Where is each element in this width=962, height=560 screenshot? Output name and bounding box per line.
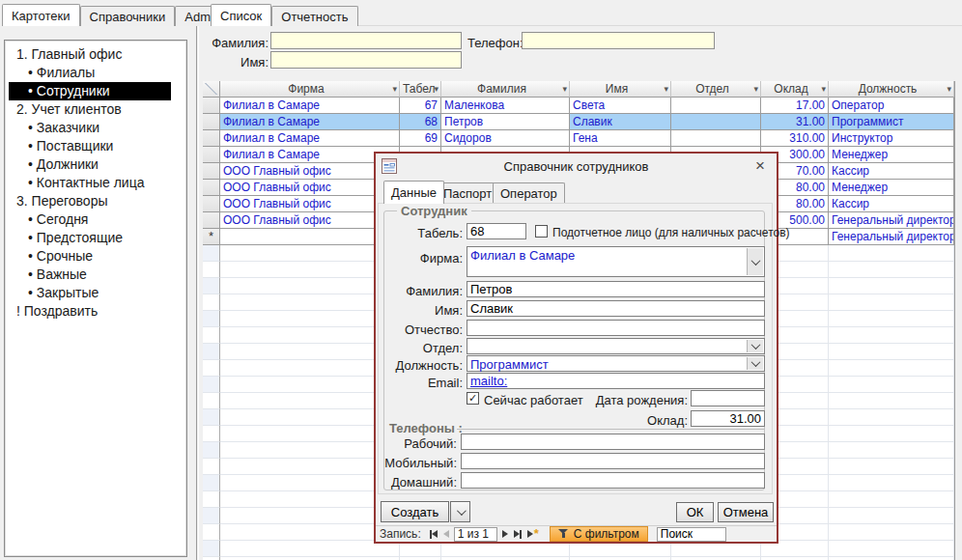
cell-empty[interactable] — [829, 327, 954, 344]
cell-name-0[interactable]: Света — [570, 98, 671, 114]
cell-surname-1[interactable]: Петров — [441, 114, 570, 130]
cell-tabel-2[interactable]: 69 — [400, 130, 441, 147]
cell-salary-1[interactable]: 31.00 — [761, 114, 829, 130]
record-selector[interactable] — [203, 294, 220, 311]
cell-firm-1[interactable]: Филиал в Самаре — [220, 114, 400, 130]
birthdate-input[interactable] — [691, 390, 765, 406]
sidebar-item-12[interactable]: • Важные — [9, 266, 171, 284]
tabel-input[interactable] — [467, 223, 526, 239]
cancel-button[interactable]: Отмена — [718, 502, 774, 522]
sidebar-item-14[interactable]: ! Поздравить — [9, 302, 171, 321]
patronymic-input[interactable] — [467, 320, 765, 336]
cell-salary-2[interactable]: 310.00 — [761, 130, 829, 147]
record-selector[interactable] — [203, 245, 220, 262]
dialog-tab-pasport[interactable]: Паспорт — [436, 182, 499, 204]
record-selector[interactable] — [203, 180, 220, 196]
cell-empty[interactable] — [829, 475, 954, 491]
column-header-tabel[interactable]: Табел▾ — [400, 81, 441, 98]
column-filter-icon[interactable]: ▾ — [434, 84, 439, 94]
cell-position-5[interactable]: Менеджер — [829, 180, 954, 196]
last-record-button[interactable] — [514, 528, 522, 540]
sidebar-item-6[interactable]: • Должники — [9, 155, 171, 174]
cell-empty[interactable] — [829, 541, 954, 557]
record-selector[interactable] — [203, 426, 220, 442]
cell-position-1[interactable]: Программист — [829, 114, 954, 130]
cell-firm-2[interactable]: Филиал в Самаре — [220, 130, 400, 147]
create-button[interactable]: Создать — [381, 501, 449, 522]
sidebar-item-10[interactable]: • Предстоящие — [9, 229, 171, 247]
email-input[interactable]: mailto: — [467, 373, 765, 389]
column-header-salary[interactable]: Оклад▾ — [761, 81, 829, 98]
column-filter-icon[interactable]: ▾ — [392, 84, 397, 94]
select-all-corner[interactable] — [203, 81, 220, 98]
record-selector[interactable] — [203, 508, 220, 524]
cell-empty[interactable] — [829, 459, 954, 475]
next-record-button[interactable] — [502, 528, 508, 540]
working-checkbox[interactable]: ✓ — [467, 392, 479, 405]
record-selector[interactable] — [203, 524, 220, 541]
close-icon[interactable]: × — [750, 155, 771, 177]
column-header-name[interactable]: Имя▾ — [570, 81, 671, 98]
cell-empty[interactable] — [829, 278, 954, 294]
chevron-down-icon[interactable] — [747, 248, 763, 275]
position-combobox[interactable]: Программист — [467, 355, 765, 372]
sidebar-item-1[interactable]: • Филиалы — [9, 64, 171, 82]
column-filter-icon[interactable]: ▾ — [753, 84, 758, 94]
cell-empty[interactable] — [829, 311, 954, 327]
sidebar-item-11[interactable]: • Срочные — [9, 247, 171, 266]
record-selector[interactable] — [203, 541, 220, 557]
chevron-down-icon[interactable] — [747, 340, 763, 352]
main-tab-1[interactable]: Справочники — [80, 6, 176, 26]
cell-position-4[interactable]: Кассир — [829, 163, 954, 180]
record-selector[interactable] — [203, 393, 220, 409]
firm-combobox[interactable]: Филиал в Самаре — [467, 246, 765, 277]
sidebar-item-5[interactable]: • Поставщики — [9, 137, 171, 155]
sidebar-item-2[interactable]: • Сотрудники — [9, 82, 171, 100]
record-selector[interactable] — [203, 262, 220, 278]
cell-position-3[interactable]: Менеджер — [829, 147, 954, 163]
cell-position-0[interactable]: Оператор — [829, 98, 954, 114]
record-selector[interactable] — [203, 459, 220, 475]
sidebar-item-7[interactable]: • Контактные лица — [9, 174, 171, 192]
record-selector[interactable] — [203, 409, 220, 426]
new-record-button[interactable]: * — [527, 528, 539, 540]
cell-empty[interactable] — [829, 442, 954, 459]
record-selector[interactable] — [203, 114, 220, 130]
column-header-firm[interactable]: Фирма▾ — [220, 81, 400, 98]
cell-surname-2[interactable]: Сидоров — [441, 130, 570, 147]
dialog-tab-operator[interactable]: Оператор — [493, 182, 565, 204]
view-tab-0[interactable]: Список — [211, 4, 271, 26]
cell-empty[interactable] — [829, 245, 954, 262]
record-selector[interactable] — [203, 442, 220, 459]
name-input[interactable] — [467, 300, 765, 317]
cell-position-8[interactable]: Генеральный директор — [829, 229, 954, 245]
cell-empty[interactable] — [829, 262, 954, 278]
new-record-selector[interactable]: * — [203, 229, 220, 245]
record-selector[interactable] — [203, 475, 220, 491]
cell-dept-0[interactable] — [671, 98, 761, 114]
filter-phone-input[interactable] — [522, 32, 715, 49]
record-selector[interactable] — [203, 491, 220, 508]
cell-empty[interactable] — [829, 393, 954, 409]
chevron-down-icon[interactable] — [747, 357, 763, 370]
salary-input[interactable] — [691, 410, 765, 427]
record-selector[interactable] — [203, 344, 220, 360]
surname-input[interactable] — [467, 281, 765, 297]
cell-firm-0[interactable]: Филиал в Самаре — [220, 98, 400, 114]
mailto-link[interactable]: mailto: — [470, 374, 507, 388]
main-tab-0[interactable]: Картотеки — [2, 4, 80, 26]
cell-dept-2[interactable] — [671, 130, 761, 147]
cell-tabel-0[interactable]: 67 — [400, 98, 441, 114]
cell-position-7[interactable]: Генеральный директор — [829, 212, 954, 229]
filter-surname-input[interactable] — [270, 32, 462, 49]
cell-salary-0[interactable]: 17.00 — [761, 98, 829, 114]
accountable-checkbox[interactable] — [535, 225, 548, 238]
cell-name-1[interactable]: Славик — [570, 114, 671, 130]
column-filter-icon[interactable]: ▾ — [664, 84, 668, 94]
cell-empty[interactable] — [829, 294, 954, 311]
cell-empty[interactable] — [829, 409, 954, 426]
cell-empty[interactable] — [829, 377, 954, 393]
work-phone-input[interactable] — [461, 434, 765, 450]
cell-empty[interactable] — [829, 360, 954, 377]
dialog-tab-dannye[interactable]: Данные — [383, 181, 444, 204]
